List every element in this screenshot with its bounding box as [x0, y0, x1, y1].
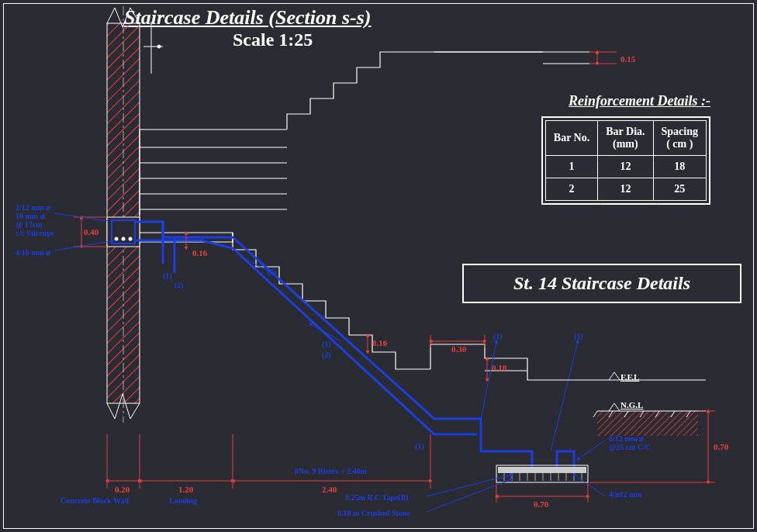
svg-line-75 [578, 440, 605, 459]
upper-stair-outline [140, 52, 589, 380]
svg-line-74 [574, 475, 605, 496]
dim-0.16-a: 0.16 [192, 248, 207, 257]
svg-point-8 [129, 237, 133, 241]
stirrup-note: 2/12 mm ⌀ 10 mm ⌀ @ 17cm c/c Stirrups [16, 203, 54, 237]
mesh-note: 6/12 mm ⌀@25 cm C/C [609, 434, 651, 451]
svg-rect-25 [498, 467, 586, 473]
rebar-mark-2c: (2) [322, 351, 331, 359]
dim-0.70-h: 0.70 [534, 499, 548, 509]
section-marker [143, 22, 163, 74]
svg-point-7 [122, 237, 126, 241]
wall-column [107, 6, 140, 423]
crushed-label: 0.10 m Crushed Stone [337, 509, 410, 517]
dim-2.40: 2.40 [322, 485, 337, 494]
ground-hatch [593, 411, 706, 436]
svg-line-21 [310, 324, 341, 341]
dim-0.18: 0.18 [492, 363, 506, 372]
dim-0.20: 0.20 [115, 485, 130, 494]
rc-tape-label: 0.25m R.C Tape(B) [345, 493, 409, 502]
dim-0.30: 0.30 [451, 344, 466, 354]
svg-line-39 [593, 411, 597, 417]
rebar-mark-1c: (1) [415, 442, 424, 451]
svg-line-73 [427, 479, 512, 512]
dim-0.40: 0.40 [84, 227, 99, 237]
ngl-label: N.G.L [620, 400, 643, 409]
concrete-wall-label: Concrete Block Wall [60, 496, 129, 505]
svg-rect-37 [597, 411, 698, 436]
dim-1.20: 1.20 [178, 485, 193, 494]
rebar-arrows [240, 256, 578, 451]
ffl-label: F.F.L [620, 372, 639, 382]
rebar-mark-1b: (1) [322, 340, 331, 348]
svg-line-72 [427, 475, 512, 496]
rebar-outline [135, 222, 574, 469]
rebar-mark-1d: (1) [493, 332, 503, 340]
dim-0.15: 0.15 [620, 54, 635, 64]
riser-note: 8No. 9 Risers = 2.40m [295, 467, 367, 475]
bottom-bar-note: 4/16 mm ⌀ [16, 248, 50, 257]
svg-line-22 [481, 341, 496, 419]
section-drawing [0, 0, 757, 532]
landing-label: Landing [169, 496, 197, 505]
svg-point-11 [157, 45, 161, 48]
tie-note: 4/⌀12 mm [609, 490, 642, 499]
dim-0.16-b: 0.16 [372, 338, 387, 347]
svg-point-6 [115, 237, 119, 241]
rebar-mark-1a: (1) [163, 271, 172, 280]
rebar-mark-1e: (1) [574, 332, 583, 340]
svg-line-23 [551, 341, 578, 451]
rebar-mark-2a: (2) [175, 281, 184, 289]
dim-0.70-v: 0.70 [714, 442, 728, 451]
rebar-mark-2b: (2) [268, 268, 277, 276]
